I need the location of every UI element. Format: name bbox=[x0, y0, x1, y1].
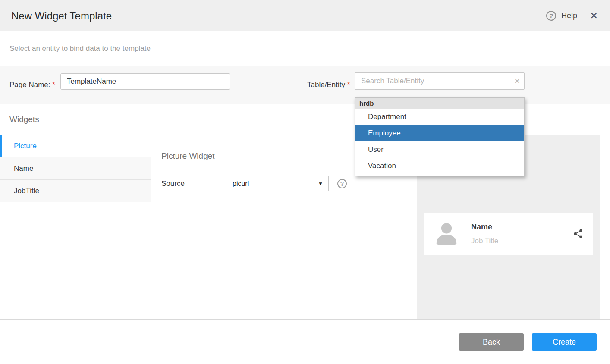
source-select-value: picurl bbox=[233, 180, 318, 188]
preview-card-text: Name Job Title bbox=[471, 223, 572, 245]
dropdown-option-vacation[interactable]: Vacation bbox=[355, 158, 524, 174]
help-label[interactable]: Help bbox=[561, 11, 577, 20]
avatar-icon bbox=[433, 220, 460, 247]
tab-name[interactable]: Name bbox=[0, 157, 151, 180]
entity-dropdown: hrdb Department Employee User Vacation bbox=[355, 97, 525, 176]
tab-jobtitle[interactable]: JobTitle bbox=[0, 180, 151, 202]
close-icon[interactable]: ✕ bbox=[590, 0, 598, 31]
help-button[interactable]: ? Help bbox=[546, 0, 577, 31]
new-widget-template-dialog: New Widget Template ? Help ✕ Select an e… bbox=[0, 0, 610, 364]
clear-search-icon[interactable]: ✕ bbox=[514, 72, 520, 90]
preview-job-title: Job Title bbox=[471, 237, 572, 245]
widget-tabs-sidebar: Picture Name JobTitle bbox=[0, 135, 151, 320]
required-marker: * bbox=[347, 81, 350, 89]
table-entity-search: ✕ bbox=[355, 72, 525, 90]
required-marker: * bbox=[52, 81, 55, 89]
preview-card: Name Job Title bbox=[424, 213, 593, 255]
share-icon[interactable] bbox=[572, 228, 584, 239]
create-button[interactable]: Create bbox=[532, 333, 597, 351]
source-help-icon[interactable]: ? bbox=[337, 179, 347, 188]
table-entity-search-input[interactable] bbox=[355, 72, 525, 90]
back-button[interactable]: Back bbox=[459, 333, 524, 351]
subtitle-text: Select an entity to bind data to the tem… bbox=[9, 32, 151, 66]
dropdown-option-department[interactable]: Department bbox=[355, 109, 524, 125]
subtitle-row: Select an entity to bind data to the tem… bbox=[0, 32, 610, 66]
tab-picture[interactable]: Picture bbox=[0, 135, 151, 157]
table-entity-label: Table/Entity * bbox=[307, 66, 350, 104]
dialog-header: New Widget Template ? Help ✕ bbox=[0, 0, 610, 31]
widgets-section-title: Widgets bbox=[9, 104, 39, 135]
dropdown-group-header: hrdb bbox=[355, 98, 524, 109]
dialog-footer: Back Create bbox=[0, 319, 610, 364]
page-name-label: Page Name: * bbox=[9, 66, 55, 104]
source-select[interactable]: picurl ▼ bbox=[226, 176, 329, 191]
help-icon[interactable]: ? bbox=[546, 11, 556, 21]
source-label: Source bbox=[161, 179, 226, 188]
chevron-down-icon: ▼ bbox=[318, 181, 323, 187]
page-name-input[interactable] bbox=[60, 73, 230, 90]
page-title: New Widget Template bbox=[11, 0, 112, 31]
preview-name: Name bbox=[471, 223, 572, 232]
dropdown-option-user[interactable]: User bbox=[355, 141, 524, 158]
dropdown-option-employee[interactable]: Employee bbox=[355, 125, 524, 141]
